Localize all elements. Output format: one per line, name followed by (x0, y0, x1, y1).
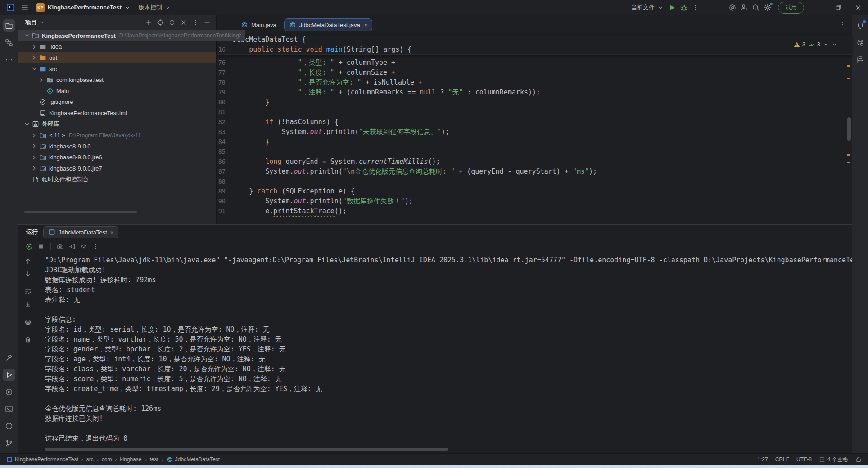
line-ending-widget[interactable]: CRLF (775, 456, 789, 463)
import-thread-dump-button[interactable] (67, 242, 77, 252)
breadcrumb-item[interactable]: test (149, 456, 158, 463)
run-configuration-selector[interactable]: 当前文件 (628, 2, 666, 14)
more-run-actions-button[interactable] (690, 2, 701, 14)
breadcrumb-item[interactable]: JdbcMetaDataTest (167, 456, 220, 463)
tree-horizontal-scrollbar[interactable] (24, 211, 137, 213)
tree-item--[interactable]: 外部库 (18, 119, 216, 130)
tree-expand-icon[interactable] (31, 43, 38, 50)
tree-expand-icon[interactable] (31, 54, 38, 61)
code-with-me-button[interactable] (738, 2, 750, 14)
tree-item-kingbase8-9-0-0[interactable]: kingbase8-9.0.0 (18, 141, 216, 152)
locate-file-button[interactable] (155, 17, 166, 28)
more-toolwindows-button[interactable] (3, 54, 15, 66)
breadcrumb-item[interactable]: src (86, 456, 94, 463)
scroll-down-button[interactable] (23, 269, 33, 279)
notifications-button[interactable] (854, 19, 867, 32)
toolwindow-git-button[interactable] (3, 437, 15, 450)
tree-expand-icon[interactable] (31, 165, 38, 172)
breadcrumb-item[interactable]: KingbasePerformanceTest (6, 456, 78, 463)
tree-item-kingbase8-9-0-0-jre7[interactable]: kingbase8-9.0.0.jre7 (18, 163, 216, 174)
tree-item--idea[interactable]: .idea (18, 41, 216, 53)
window-close-button[interactable] (848, 0, 868, 15)
project-panel-title[interactable]: 项目 (25, 18, 37, 27)
panel-options-button[interactable] (190, 17, 201, 28)
vcs-widget[interactable]: 版本控制 (136, 2, 174, 14)
ai-assistant-toolwindow-button[interactable] (854, 36, 867, 49)
tree-item-kingbase8-9-0-0-jre6[interactable]: kingbase8-9.0.0.jre6 (18, 152, 216, 163)
toolwindow-services-button[interactable] (3, 386, 15, 398)
folder-src-icon (39, 65, 46, 72)
tree-item-out[interactable]: out (18, 52, 216, 63)
tree-item-kingbaseperformancetest[interactable]: KingbasePerformanceTestD:\JavaProjects\K… (18, 30, 245, 41)
console-output[interactable]: "D:\Program Files\Java\jdk-11\bin\java.e… (38, 253, 852, 453)
app-logo-button[interactable] (5, 2, 16, 14)
console-horizontal-scrollbar[interactable] (45, 448, 448, 451)
close-tab-icon[interactable]: × (364, 22, 368, 28)
tree-item--gitignore[interactable]: .gitignore (18, 97, 216, 108)
tree-expand-icon[interactable] (38, 76, 45, 84)
toolwindow-run-button[interactable] (3, 369, 15, 381)
run-button[interactable] (666, 2, 678, 14)
caret-position-widget[interactable]: 1:27 (757, 456, 768, 463)
trial-badge[interactable]: 试用 (778, 2, 804, 14)
window-restore-button[interactable] (828, 0, 848, 15)
tree-expand-icon[interactable] (31, 143, 38, 150)
indent-widget[interactable]: 4 个空格 (819, 456, 848, 464)
soft-wrap-button[interactable] (23, 287, 33, 297)
scroll-to-end-button[interactable] (23, 300, 33, 310)
tree-item-main[interactable]: Main (18, 86, 216, 97)
ai-assistant-button[interactable] (727, 2, 738, 14)
run-tab[interactable]: JdbcMetaDataTest × (43, 226, 118, 238)
tree-item-src[interactable]: src (18, 63, 216, 75)
stop-button[interactable] (36, 242, 46, 252)
breadcrumb-item[interactable]: com (102, 456, 112, 463)
tab-list-kebab-icon[interactable] (839, 21, 846, 28)
main-menu-button[interactable] (19, 2, 31, 14)
project-widget[interactable]: KP KingbasePerformanceTest (33, 2, 133, 14)
tree-collapse-icon[interactable] (23, 32, 31, 39)
chevron-down-icon[interactable] (39, 19, 45, 26)
add-button[interactable] (143, 17, 154, 28)
tree-collapse-icon[interactable] (23, 121, 31, 128)
settings-button[interactable] (762, 2, 773, 14)
toolwindow-structure-button[interactable] (3, 36, 15, 49)
snapshot-button[interactable] (55, 242, 65, 252)
toolwindow-build-button[interactable] (3, 351, 15, 364)
next-problem-icon[interactable] (831, 41, 837, 48)
tree-item--11-[interactable]: < 11 >D:\Program Files\Java\jdk-11 (18, 130, 216, 141)
encoding-widget[interactable]: UTF-8 (796, 456, 812, 463)
inspections-widget[interactable]: 3 3 (792, 40, 839, 49)
tree-expand-icon[interactable] (31, 132, 38, 139)
tree-expand-icon[interactable] (31, 154, 38, 161)
expand-all-button[interactable] (167, 17, 177, 28)
tree-item--[interactable]: 临时文件和控制台 (18, 174, 216, 185)
readonly-widget[interactable] (855, 456, 862, 463)
clear-console-button[interactable] (23, 335, 33, 345)
tree-item-kingbaseperformancetest-iml[interactable]: KingbasePerformanceTest.iml (18, 108, 216, 119)
close-tab-icon[interactable]: × (110, 229, 114, 236)
editor-tab-main-java[interactable]: Main.java (236, 18, 281, 32)
hide-panel-button[interactable] (202, 17, 212, 28)
toolwindow-project-button[interactable] (3, 19, 15, 32)
prev-problem-icon[interactable] (823, 41, 829, 48)
editor-tab-jdbcmetadatatest-java[interactable]: JdbcMetaDataTest.java× (284, 18, 373, 32)
content-area: 项目 KingbasePerformanceTestD:\JavaProject… (18, 15, 852, 453)
code-editor[interactable]: 76 "，类型: " + columnType +77 "，长度: " + co… (217, 55, 852, 216)
tree-collapse-icon[interactable] (31, 65, 38, 72)
toolwindow-terminal-button[interactable] (3, 403, 15, 415)
search-everywhere-button[interactable] (750, 2, 762, 14)
editor-vertical-scrollbar[interactable] (847, 117, 851, 141)
collapse-all-button[interactable] (178, 17, 189, 28)
tree-item-com-kingbase-test[interactable]: com.kingbase.test (18, 74, 216, 86)
rerun-button[interactable] (24, 242, 34, 252)
breadcrumb-item[interactable]: kingbase (120, 456, 141, 463)
print-button[interactable] (23, 317, 33, 327)
scroll-up-button[interactable] (23, 256, 33, 266)
toolwindow-problems-button[interactable] (3, 420, 15, 432)
database-toolwindow-button[interactable] (854, 54, 867, 66)
tree-item-label: KingbasePerformanceTest.iml (49, 110, 127, 117)
debug-button[interactable] (678, 2, 690, 14)
window-minimize-button[interactable] (809, 0, 828, 15)
profiler-button[interactable] (79, 242, 89, 252)
console-options-button[interactable] (90, 242, 100, 252)
